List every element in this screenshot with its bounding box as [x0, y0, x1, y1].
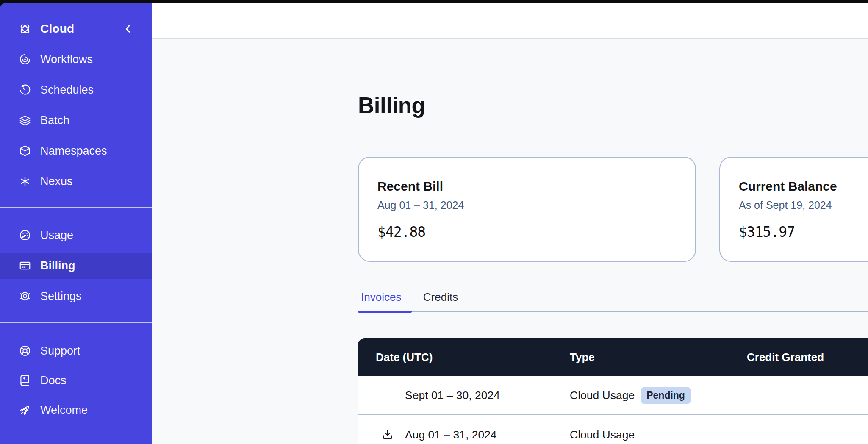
date-cell: Aug 01 – 31, 2024 — [358, 427, 570, 442]
sidebar-nav-footer: Support Docs — [0, 338, 152, 423]
invoices-table: Date (UTC) Type Credit Granted Sept 01 –… — [358, 338, 868, 444]
sidebar-item-usage[interactable]: Usage — [0, 222, 152, 248]
sidebar-item-label: Batch — [40, 114, 69, 127]
sidebar-item-label: Usage — [40, 229, 73, 242]
sidebar-item-nexus[interactable]: Nexus — [0, 168, 152, 194]
sidebar-nav-primary: Workflows Schedules — [0, 46, 152, 194]
settings-icon — [19, 290, 31, 302]
sidebar-item-namespaces[interactable]: Namespaces — [0, 138, 152, 164]
sidebar-item-settings[interactable]: Settings — [0, 283, 152, 309]
sidebar-item-billing[interactable]: Billing — [0, 253, 152, 279]
sidebar-header: Cloud — [0, 19, 152, 38]
sidebar-item-label: Schedules — [40, 83, 94, 97]
sidebar-divider — [0, 207, 152, 208]
support-icon — [19, 344, 31, 357]
nexus-icon — [19, 175, 31, 188]
invoice-type: Cloud Usage — [570, 389, 635, 402]
column-header-date: Date (UTC) — [358, 351, 570, 364]
type-cell: Cloud Usage Pending — [570, 387, 747, 404]
welcome-icon — [19, 404, 31, 416]
download-slot — [380, 427, 405, 442]
card-amount: $42.88 — [377, 224, 677, 240]
window-top-edge — [0, 0, 868, 3]
sidebar-item-label: Settings — [40, 290, 82, 303]
tab-credits[interactable]: Credits — [420, 290, 461, 304]
namespaces-icon — [19, 144, 31, 157]
schedules-icon — [19, 83, 31, 96]
sidebar-item-label: Nexus — [40, 175, 73, 188]
sidebar-item-workflows[interactable]: Workflows — [0, 46, 152, 72]
card-title: Recent Bill — [377, 178, 677, 194]
type-cell: Cloud Usage — [570, 428, 747, 441]
active-tab-indicator — [358, 311, 412, 313]
usage-icon — [19, 229, 31, 241]
date-cell: Sept 01 – 30, 2024 — [358, 389, 570, 402]
sidebar-nav-account: Usage Billing — [0, 222, 152, 309]
sidebar-item-label: Docs — [40, 374, 67, 387]
sidebar-item-docs[interactable]: Docs — [0, 367, 152, 394]
sidebar-item-welcome[interactable]: Welcome — [0, 397, 152, 423]
topbar — [152, 3, 868, 39]
billing-tabs: Invoices Credits — [358, 290, 868, 313]
sidebar-item-label: Namespaces — [40, 144, 107, 158]
sidebar-item-label: Workflows — [40, 53, 93, 66]
sidebar-collapse-button[interactable] — [121, 22, 135, 36]
card-period: Aug 01 – 31, 2024 — [377, 198, 677, 212]
current-balance-card: Current Balance As of Sept 19, 2024 $315… — [719, 157, 868, 262]
column-header-credit-granted: Credit Granted — [747, 351, 868, 364]
sidebar-item-support[interactable]: Support — [0, 338, 152, 364]
docs-icon — [19, 374, 31, 387]
invoice-date: Aug 01 – 31, 2024 — [405, 428, 497, 441]
main-content: Billing Recent Bill Aug 01 – 31, 2024 $4… — [152, 39, 868, 444]
workflows-icon — [19, 53, 31, 66]
recent-bill-card: Recent Bill Aug 01 – 31, 2024 $42.88 — [358, 157, 696, 262]
download-invoice-button[interactable] — [380, 427, 395, 442]
download-icon — [381, 428, 394, 441]
sidebar: Cloud Workflows — [0, 3, 152, 444]
brand-label: Cloud — [40, 22, 74, 36]
tab-invoices[interactable]: Invoices — [358, 290, 404, 304]
tabs-baseline — [358, 311, 868, 312]
table-row: Sept 01 – 30, 2024 Cloud Usage Pending — [358, 376, 868, 415]
invoice-type: Cloud Usage — [570, 428, 635, 441]
sidebar-item-label: Support — [40, 344, 80, 358]
billing-icon — [19, 259, 31, 272]
invoices-table-header: Date (UTC) Type Credit Granted — [358, 338, 868, 376]
status-badge: Pending — [641, 387, 691, 404]
batch-icon — [19, 114, 31, 127]
sidebar-divider — [0, 322, 152, 323]
sidebar-item-label: Billing — [40, 259, 75, 272]
card-amount: $315.97 — [739, 224, 868, 240]
card-period: As of Sept 19, 2024 — [739, 198, 868, 212]
sidebar-item-schedules[interactable]: Schedules — [0, 77, 152, 103]
app-window: Cloud Workflows — [0, 0, 868, 444]
billing-summary-cards: Recent Bill Aug 01 – 31, 2024 $42.88 Cur… — [358, 157, 868, 262]
temporal-logo-icon — [19, 22, 31, 35]
chevron-left-icon — [122, 22, 134, 35]
sidebar-item-batch[interactable]: Batch — [0, 107, 152, 133]
invoice-date: Sept 01 – 30, 2024 — [405, 389, 500, 402]
page-title: Billing — [358, 89, 425, 122]
table-row: Aug 01 – 31, 2024 Cloud Usage — [358, 415, 868, 444]
sidebar-item-label: Welcome — [40, 404, 88, 417]
column-header-type: Type — [570, 351, 747, 364]
card-title: Current Balance — [739, 178, 868, 194]
